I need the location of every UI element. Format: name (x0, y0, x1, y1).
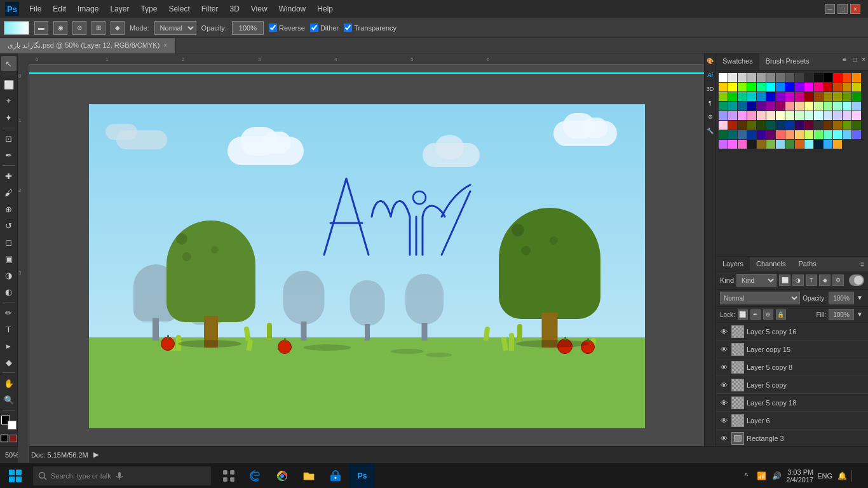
color-swatch[interactable] (738, 140, 747, 149)
menu-filter[interactable]: Filter (196, 2, 224, 16)
color-swatch[interactable] (814, 102, 823, 111)
color-swatch[interactable] (785, 130, 794, 139)
color-swatch[interactable] (785, 73, 794, 82)
opacity-input[interactable]: 100% (829, 292, 854, 304)
crop-tool[interactable]: ⊡ (1, 131, 17, 146)
color-swatch[interactable] (728, 92, 737, 101)
color-swatch[interactable] (785, 92, 794, 101)
menu-help[interactable]: Help (312, 2, 338, 16)
color-swatch[interactable] (833, 140, 842, 149)
color-swatch[interactable] (795, 83, 804, 92)
document-tab[interactable]: نگاراند بازی.psd @ 50% (Layer 12, RGB/8/… (0, 38, 175, 53)
opacity-arrow[interactable]: ▼ (857, 294, 864, 302)
color-swatch[interactable] (804, 102, 813, 111)
gradient-preview[interactable] (4, 21, 29, 35)
color-swatch[interactable] (766, 130, 775, 139)
color-swatch[interactable] (766, 102, 775, 111)
color-swatch[interactable] (728, 102, 737, 111)
3d-icon[interactable]: 3D (705, 84, 715, 94)
color-swatch[interactable] (804, 83, 813, 92)
menu-select[interactable]: Select (163, 2, 194, 16)
color-swatch[interactable] (719, 92, 728, 101)
color-swatch[interactable] (757, 140, 766, 149)
move-tool[interactable]: ↖ (1, 56, 17, 71)
brush-presets-tab[interactable]: Brush Presets (759, 53, 816, 70)
layers-tab[interactable]: Layers (716, 257, 750, 271)
taskbar-file-explorer[interactable] (296, 463, 322, 489)
color-swatch[interactable] (785, 140, 794, 149)
fill-arrow[interactable]: ▼ (857, 311, 864, 318)
color-swatch[interactable] (852, 130, 861, 139)
color-swatch[interactable] (804, 73, 813, 82)
language-selector[interactable]: ENG (817, 472, 832, 480)
close-button[interactable]: × (850, 4, 860, 14)
menu-layer[interactable]: Layer (105, 2, 134, 16)
color-swatch[interactable] (795, 130, 804, 139)
color-swatch[interactable] (757, 102, 766, 111)
color-swatch[interactable] (766, 111, 775, 120)
chevron-up-icon[interactable]: ^ (740, 470, 752, 482)
dither-checkbox[interactable]: Dither (310, 24, 339, 32)
color-swatch[interactable] (814, 140, 823, 149)
taskbar-task-view[interactable] (216, 463, 241, 489)
color-swatch[interactable] (738, 130, 747, 139)
mode-select[interactable]: Normal (154, 21, 196, 35)
color-swatch[interactable] (795, 102, 804, 111)
color-swatch[interactable] (747, 111, 756, 120)
gradient-tool[interactable]: ▣ (1, 251, 17, 266)
dodge-tool[interactable]: ◐ (1, 284, 17, 299)
eyedropper-tool[interactable]: ✒ (1, 147, 17, 163)
color-swatch[interactable] (776, 102, 785, 111)
color-swatch[interactable] (843, 92, 851, 101)
color-swatch[interactable] (719, 102, 728, 111)
color-swatch[interactable] (747, 121, 756, 130)
color-swatch[interactable] (776, 73, 785, 82)
color-swatch[interactable] (785, 83, 794, 92)
lock-all-icon[interactable]: 🔒 (776, 309, 786, 320)
taskbar-edge[interactable] (243, 463, 268, 489)
blur-tool[interactable]: ◑ (1, 268, 17, 283)
color-swatch[interactable] (747, 83, 756, 92)
volume-icon[interactable]: 🔊 (771, 470, 782, 482)
history-brush-tool[interactable]: ↺ (1, 218, 17, 233)
color-swatch[interactable] (776, 92, 785, 101)
color-swatch[interactable] (738, 73, 747, 82)
eraser-tool[interactable]: ◻ (1, 234, 17, 250)
canvas-area[interactable]: 0 1 2 3 4 5 6 0 1 2 3 (18, 53, 704, 468)
color-swatch[interactable] (852, 102, 861, 111)
layer-row-6[interactable]: 👁 Layer 6 (716, 412, 868, 430)
quick-mask-off[interactable] (1, 435, 8, 442)
shape-tool[interactable]: ◆ (1, 355, 17, 370)
tab-close-button[interactable]: × (163, 42, 167, 49)
eyedropper-right-icon[interactable]: 🎨 (705, 56, 715, 66)
color-swatch[interactable] (738, 92, 747, 101)
color-swatch[interactable] (833, 121, 842, 130)
color-swatch[interactable] (747, 102, 756, 111)
layer-eye-copy[interactable]: 👁 (719, 380, 729, 390)
filter-select[interactable]: Kind (736, 274, 776, 287)
zoom-tool[interactable]: 🔍 (1, 392, 17, 407)
layer-eye-copy16[interactable]: 👁 (719, 327, 729, 337)
maximize-button[interactable]: □ (837, 4, 848, 14)
magic-wand-tool[interactable]: ✦ (1, 110, 17, 125)
color-swatch[interactable] (738, 121, 747, 130)
color-swatch[interactable] (843, 83, 851, 92)
color-swatch[interactable] (757, 73, 766, 82)
pen-tool[interactable]: ✏ (1, 305, 17, 320)
background-color[interactable] (8, 421, 17, 430)
gradient-reflected[interactable]: ⊞ (92, 21, 105, 35)
status-arrow[interactable]: ▶ (93, 451, 98, 459)
gradient-diamond[interactable]: ◆ (111, 21, 125, 35)
color-swatch[interactable] (738, 83, 747, 92)
clone-stamp-tool[interactable]: ⊕ (1, 201, 17, 217)
menu-file[interactable]: File (24, 2, 46, 16)
color-swatch[interactable] (843, 111, 851, 120)
fill-input[interactable]: 100% (829, 309, 854, 320)
color-swatch[interactable] (776, 140, 785, 149)
color-swatch[interactable] (728, 111, 737, 120)
layer-eye-6[interactable]: 👁 (719, 416, 729, 426)
blend-mode-select[interactable]: Normal (720, 292, 800, 304)
reverse-checkbox[interactable]: Reverse (269, 24, 305, 32)
color-swatch[interactable] (757, 92, 766, 101)
color-swatch[interactable] (814, 111, 823, 120)
